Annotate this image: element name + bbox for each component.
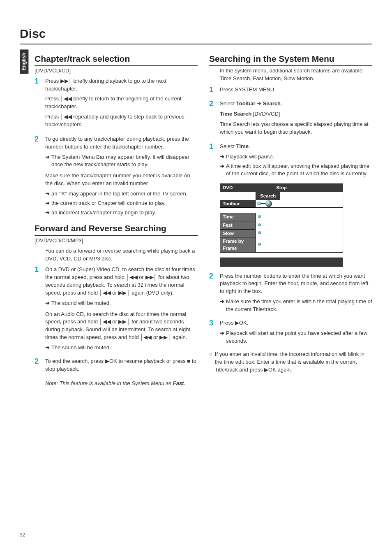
play-icon: ▶ <box>235 320 239 326</box>
step-number: 1 <box>209 86 216 94</box>
arrow-icon: ➜ <box>220 163 224 170</box>
menu-item-frame-by-frame: Frame by Frame <box>220 237 343 252</box>
time-search-intro: Time Search lets you choose a specific e… <box>220 121 372 136</box>
result-text: The sound will be muted. <box>51 300 198 307</box>
next-icon: ▶▶│ <box>118 290 130 296</box>
prev-icon: │◀◀ <box>99 290 111 296</box>
step-text: To go directly to any track/chapter duri… <box>45 135 198 151</box>
arrow-icon: ➜ <box>45 300 50 307</box>
prev-icon: │◀◀ <box>60 95 72 102</box>
prev-icon: │◀◀ <box>99 318 111 325</box>
step-text: Press │◀◀ repeatedly and quickly to step… <box>45 113 198 129</box>
menu-blank-panel <box>220 258 343 267</box>
page-title: Disc <box>20 25 372 44</box>
note-text: If you enter an invalid time, the incorr… <box>215 351 372 374</box>
step-number: 3 <box>209 319 216 327</box>
section-searching-system-menu: Searching in the System Menu <box>209 53 372 66</box>
result-text: A time edit box will appear, showing the… <box>226 163 372 178</box>
step-text: Select Time. <box>220 143 372 151</box>
arrow-icon: ➜ <box>45 190 50 198</box>
prev-icon: │◀◀ <box>60 114 72 120</box>
right-column: Searching in the System Menu In the syst… <box>209 50 372 391</box>
section-forward-reverse: Forward and Reverse Searching <box>35 222 198 236</box>
step-text: Press │◀◀ briefly to return to the begin… <box>45 95 198 111</box>
result-text: Make sure the time you enter is within t… <box>226 298 372 313</box>
forward-reverse-subtitle: [DVD/VCD/CD/MP3] <box>35 237 198 245</box>
step-text: Press ▶▶│ briefly during playback to go … <box>45 77 198 93</box>
menu-dot-icon <box>258 223 261 226</box>
arrow-icon: ➜ <box>220 330 224 337</box>
result-text: the current track or Chapter will contin… <box>51 200 198 207</box>
section-intro: You can do a forward or reverse searchin… <box>45 247 198 263</box>
section-chapter-track: Chapter/track selection <box>35 53 198 66</box>
play-icon: ▶ <box>105 358 109 364</box>
menu-dot-icon <box>258 215 261 218</box>
arrow-icon: ➜ <box>220 153 224 161</box>
menu-toolbar-label: Toolbar <box>220 200 256 208</box>
arrow-icon: ➜ <box>45 344 50 352</box>
result-text: an incorrect track/chapter may begin to … <box>51 209 198 217</box>
step-number: 1 <box>209 143 216 151</box>
next-icon: ▶▶│ <box>159 334 171 340</box>
stop-icon: ■ <box>187 358 190 364</box>
arrow-icon: ➜ <box>45 209 50 217</box>
chapter-track-subtitle: [DVD/VCD/CD] <box>35 67 198 75</box>
result-text: an "✕" may appear in the top left corner… <box>51 190 198 198</box>
menu-stop-label: Stop <box>262 184 301 191</box>
step-text: Make sure the track/chapter number you e… <box>45 172 198 188</box>
step-number: 2 <box>35 135 41 144</box>
next-icon: ▶▶│ <box>145 274 157 280</box>
menu-dot-icon <box>258 231 261 234</box>
step-number: 1 <box>35 266 41 274</box>
arrow-icon: ➜ <box>45 153 50 161</box>
time-search-heading: Time Search [DVD/VCD] <box>220 110 372 118</box>
section-intro: In the system menu, additional search fe… <box>220 67 372 83</box>
arrow-icon: ➜ <box>45 200 50 207</box>
next-icon: ▶▶│ <box>118 318 130 325</box>
menu-item-slow: Slow <box>220 229 343 237</box>
step-text: Select Toolbar ➜ Search. <box>220 100 372 108</box>
step-number: 2 <box>209 272 216 281</box>
step-number: 1 <box>35 77 41 86</box>
step-number: 2 <box>35 358 41 366</box>
menu-dot-icon <box>258 243 261 246</box>
page-number: 32 <box>20 532 25 539</box>
menu-item-fast: Fast <box>220 221 343 229</box>
x-icon: ✕ <box>61 190 65 197</box>
result-text: The sound will be muted. <box>51 344 198 352</box>
menu-search-tab: Search <box>256 192 280 200</box>
menu-dot-icon <box>257 202 261 205</box>
left-column: Chapter/track selection [DVD/VCD/CD] 1 P… <box>35 50 198 391</box>
menu-item-time: Time <box>220 213 343 221</box>
prev-icon: │◀◀ <box>126 274 138 280</box>
menu-toolbar-row: Toolbar <box>220 200 343 208</box>
result-text: The System Menu Bar may appear briefly. … <box>51 153 198 169</box>
step-text: On an Audio CD, to search the disc at fo… <box>45 311 198 341</box>
step-text: To end the search, press ▶OK to resume p… <box>45 358 198 373</box>
step-text: Press SYSTEM MENU. <box>220 86 372 94</box>
next-icon: ▶▶│ <box>60 78 72 84</box>
arrow-icon: ➜ <box>220 298 224 306</box>
circle-bullet-icon: ○ <box>209 351 212 374</box>
note-text: Note: This feature is available in the S… <box>45 380 198 388</box>
step-number: 2 <box>209 100 216 108</box>
system-menu-graphic: DVD Stop Search Toolbar <box>220 183 343 266</box>
prev-icon: │◀◀ <box>140 334 152 340</box>
step-text: Press ▶OK. <box>220 319 372 327</box>
menu-search-row: Search <box>220 192 343 200</box>
play-icon: ▶ <box>264 367 268 373</box>
language-tab: English <box>20 49 28 74</box>
step-text: Press the number buttons to enter the ti… <box>220 272 372 296</box>
menu-selector-icon <box>265 200 272 207</box>
step-text: On a DVD or (Super) Video CD, to search … <box>45 266 198 297</box>
result-text: Playback will start at the point you hav… <box>226 330 372 345</box>
result-text: Playback will pause. <box>226 153 372 161</box>
menu-titlebar: DVD Stop <box>220 183 343 192</box>
menu-dvd-label: DVD <box>223 184 262 191</box>
